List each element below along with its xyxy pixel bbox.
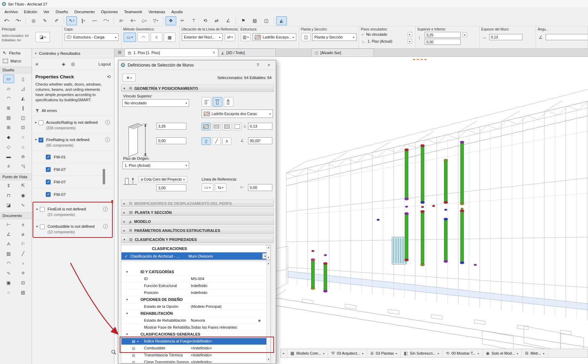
stair-tool[interactable]: ≣: [3, 104, 14, 112]
info-icon[interactable]: i: [105, 120, 110, 125]
object-tool[interactable]: ◆: [3, 133, 14, 141]
adjust-tool-button[interactable]: ⊤: [188, 16, 199, 25]
property-row-combustible[interactable]: ▤Combustible<Indefinido>: [121, 345, 271, 352]
menu-archivo[interactable]: Archivo: [1, 9, 21, 15]
flip-reference-button[interactable]: ⇄▾: [225, 33, 235, 41]
help-button[interactable]: ?: [254, 62, 262, 69]
fill-tool[interactable]: ▨: [3, 249, 14, 258]
arrow-mode-row[interactable]: ↖ Flecha: [0, 49, 32, 57]
wall-height-field[interactable]: 3,25: [156, 123, 186, 130]
layer-dropdown[interactable]: Estructura - Carga ▸: [65, 33, 119, 41]
property-row-clase-transmisi-n-sonora[interactable]: ▤Clase Transmisión Sonora<Indefinido>: [121, 359, 271, 363]
mesh-tool[interactable]: ◭: [17, 94, 28, 103]
property-row-ndice-resistencia-al-fuego[interactable]: ▤▸Índice Resistencia al Fuego<Indefinido…: [121, 338, 271, 345]
property-group-rehabilitaci-n[interactable]: ▾REHABILITACIÓN: [121, 310, 271, 317]
lamp-tool[interactable]: ○: [17, 133, 28, 141]
menu-documento[interactable]: Documento: [71, 9, 98, 15]
child-checkbox[interactable]: [46, 192, 51, 197]
grid-tool[interactable]: #: [3, 162, 14, 171]
menu-edici-n[interactable]: Edición: [21, 9, 40, 15]
angle-field[interactable]: [546, 34, 588, 40]
property-group-id-y-categor-as[interactable]: ▾ID Y CATEGORÍAS: [121, 269, 271, 276]
window-tool[interactable]: ⊞: [3, 123, 14, 132]
section-modelo[interactable]: ▸◭MODELO: [121, 218, 274, 225]
quick-option-model-view-options[interactable]: ▦Modelo Com...▸: [287, 349, 328, 357]
spline-tool[interactable]: ∿: [3, 269, 14, 277]
connect-icon[interactable]: ◈: [62, 61, 65, 67]
error-filter[interactable]: All errors: [32, 105, 114, 116]
child-checkbox[interactable]: [46, 155, 51, 159]
arc-tool[interactable]: ◠: [3, 259, 14, 268]
check-item-fireexit-is-not-defined[interactable]: ▸FireExit is not defined(21 components)i: [33, 202, 112, 220]
target-icon[interactable]: ◎: [71, 61, 75, 67]
geometry-curved-button[interactable]: ◠: [137, 33, 149, 42]
palette-header[interactable]: ▾ Controles y Resultados: [32, 49, 114, 58]
reference-line-flip-button[interactable]: ⇆▾: [215, 183, 227, 192]
grid-snap-button[interactable]: #▾: [116, 16, 127, 25]
refresh-icon[interactable]: ⟲: [107, 74, 111, 79]
info-icon[interactable]: i: [103, 224, 108, 229]
skylight-tool[interactable]: ⊡: [17, 123, 28, 132]
text-tool[interactable]: A: [3, 240, 14, 248]
marker-tool-button[interactable]: ⚑: [238, 16, 249, 25]
fill-solid-button[interactable]: [222, 123, 231, 130]
info-icon[interactable]: i: [103, 207, 108, 211]
zoom-icon[interactable]: [111, 349, 117, 356]
camera-tool[interactable]: ◉: [17, 191, 28, 200]
section-tool[interactable]: ⇕: [3, 181, 14, 190]
menu-ventanas[interactable]: Ventanas: [145, 9, 168, 15]
figure-tool[interactable]: ▣: [3, 278, 14, 287]
check-item-firerating-is-not-defined[interactable]: ▾FireRating is not defined(65 components…: [32, 133, 114, 150]
snap-points-button[interactable]: ◇▾: [139, 16, 150, 25]
composite-structure-dropdown[interactable]: Ladrillo Escayola dos Caras ▸: [202, 110, 273, 118]
logout-button[interactable]: Logout: [99, 62, 111, 66]
quick-option-scale[interactable]: ⊞Metr...▸: [522, 349, 548, 357]
reference-offset-field[interactable]: 0,00: [248, 184, 272, 191]
wall-thickness-field[interactable]: 0,13: [248, 123, 272, 130]
drawing-tool[interactable]: ⊡: [17, 278, 28, 287]
section-planta-y-secci-n[interactable]: ▸▤PLANTA Y SECCIÓN: [121, 209, 274, 216]
dialog-titlebar[interactable]: Definiciones de Selección de Muros ? ×: [118, 60, 276, 70]
gravity-button[interactable]: ▽▾: [150, 16, 161, 25]
top-link-chevron[interactable]: ▸: [408, 32, 412, 37]
door-tool[interactable]: ◫: [17, 113, 28, 122]
toolbox-section-punto-de-vista[interactable]: Punto de Vista: [0, 173, 32, 180]
truss-tool[interactable]: ◹: [17, 162, 28, 171]
reference-line-dropdown[interactable]: Exterior del Núcl... ▸: [182, 33, 223, 41]
child-checkbox[interactable]: [46, 180, 51, 184]
marquee-mode-row[interactable]: Marco: [0, 57, 32, 65]
top-elevation-chevron[interactable]: ▸: [463, 32, 467, 37]
menu-teamwork[interactable]: Teamwork: [121, 9, 145, 15]
mirror-tool-button[interactable]: ⇄: [211, 16, 222, 25]
angle-dimension-tool[interactable]: ∠: [3, 230, 14, 239]
wall-slanted-button[interactable]: ╱: [212, 137, 221, 145]
elevation-reference-button[interactable]: a Cota Cero del Proyecto ▸: [138, 176, 187, 182]
column-tool[interactable]: ▯: [17, 75, 28, 83]
curtain-wall-tool[interactable]: ▤: [3, 113, 14, 122]
hamburger-menu-icon[interactable]: ≡: [35, 61, 38, 67]
quick-options-expander[interactable]: ▸: [281, 349, 287, 357]
default-settings-button[interactable]: ◪▾: [35, 32, 50, 42]
quick-option-pen-set[interactable]: Ψ03 Arquitect...▸: [328, 349, 367, 357]
split-tool-button[interactable]: ✂: [177, 16, 188, 25]
property-row-estado-de-rehabilitaci-n[interactable]: Estado de RehabilitaciónNuevo/a◈: [121, 317, 271, 324]
chevron-right-icon[interactable]: ▸: [35, 207, 40, 211]
detail-tool[interactable]: ○: [3, 288, 14, 297]
fill-empty-button[interactable]: [233, 123, 242, 130]
beam-tool[interactable]: ▬: [3, 152, 14, 161]
geometry-straight-button[interactable]: ▭▾: [123, 33, 136, 42]
quick-option-renovation-filter[interactable]: ⟲00 Mostrar T...▸: [443, 349, 483, 357]
wall-top-linked-button[interactable]: [213, 97, 222, 107]
inject-parameters-button[interactable]: ✎: [51, 16, 62, 25]
move-tool-button[interactable]: ✥: [165, 16, 176, 25]
dimension-tool[interactable]: ⊢: [3, 220, 14, 229]
toolbox-section-dise-o[interactable]: Diseño: [0, 67, 32, 73]
floorplan-dropdown[interactable]: Planta y Sección ▸: [312, 33, 357, 41]
classification-row[interactable]: Clasificación de Archicad - ... Muro Div…: [121, 252, 271, 260]
property-row-transmitancia-t-rmica[interactable]: ▤Transmitancia Térmica<Indefinido>: [121, 352, 271, 359]
check-item-acousticrating-is-not-defined[interactable]: ▸AcousticRating is not defined(238 compo…: [32, 116, 114, 133]
property-row-funci-n-estructural[interactable]: Función EstructuralIndefinido: [121, 283, 271, 289]
zone-tool[interactable]: ⌂: [17, 142, 28, 151]
fill-cut-button[interactable]: [202, 123, 211, 130]
chevron-right-icon[interactable]: ▸: [35, 224, 40, 228]
